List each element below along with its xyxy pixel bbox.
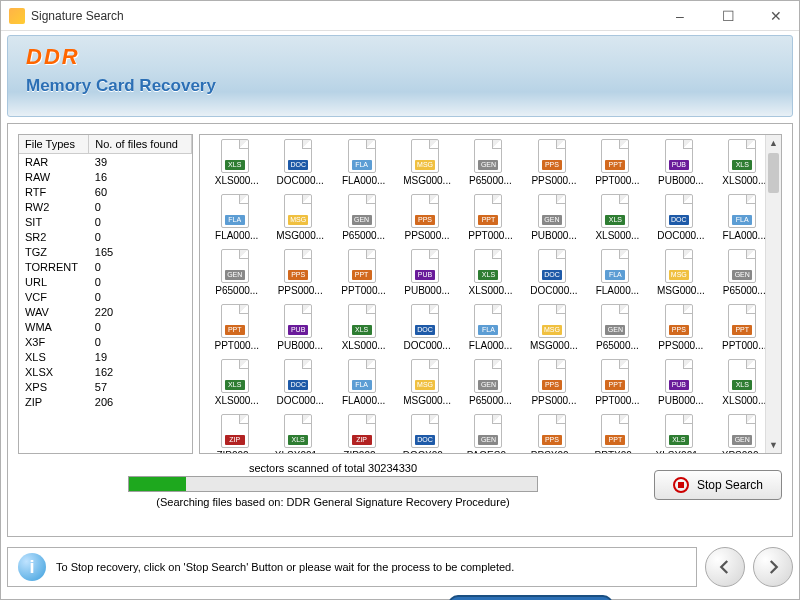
file-icon: PPT <box>601 139 633 173</box>
table-row[interactable]: SIT0 <box>19 214 192 229</box>
cell-type: WAV <box>19 304 89 319</box>
file-item[interactable]: PUBPUB000... <box>650 139 711 186</box>
file-icon: GEN <box>348 194 380 228</box>
file-item[interactable]: PPTPPT000... <box>460 194 521 241</box>
file-item[interactable]: DOCDOCX00... <box>396 414 457 454</box>
file-item[interactable]: GENP65000... <box>206 249 267 296</box>
table-row[interactable]: RAW16 <box>19 169 192 184</box>
file-item[interactable]: GENP65000... <box>587 304 648 351</box>
table-row[interactable]: XLSX162 <box>19 364 192 379</box>
file-item[interactable]: FLAFLA000... <box>460 304 521 351</box>
close-button[interactable]: ✕ <box>761 6 791 26</box>
file-item[interactable]: DOCDOC000... <box>396 304 457 351</box>
file-item[interactable]: XLSXLS000... <box>206 359 267 406</box>
file-item[interactable]: PUBPUB000... <box>396 249 457 296</box>
file-label: DOC000... <box>277 175 324 186</box>
file-item[interactable]: XLSXLSX001... <box>650 414 711 454</box>
file-item[interactable]: GENP65000... <box>460 359 521 406</box>
file-item[interactable]: PPSPPSX00... <box>523 414 584 454</box>
file-item[interactable]: DOCDOC000... <box>269 139 330 186</box>
table-row[interactable]: WMA0 <box>19 319 192 334</box>
file-item[interactable]: XLSXLS000... <box>206 139 267 186</box>
file-icon: DOC <box>538 249 570 283</box>
brand-logo: DDR <box>26 44 774 70</box>
file-item[interactable]: PUBPUB000... <box>269 304 330 351</box>
table-row[interactable]: XPS57 <box>19 379 192 394</box>
file-item[interactable]: ZIPZIP002... <box>333 414 394 454</box>
file-item[interactable]: PPTPPT000... <box>587 139 648 186</box>
col-file-types[interactable]: File Types <box>19 135 89 154</box>
file-item[interactable]: PPSPPS000... <box>523 139 584 186</box>
file-item[interactable]: DOCDOC000... <box>650 194 711 241</box>
scroll-up-icon[interactable]: ▲ <box>766 135 781 151</box>
file-label: DOCX00... <box>403 450 451 454</box>
file-item[interactable]: PUBPUB000... <box>650 359 711 406</box>
scroll-down-icon[interactable]: ▼ <box>766 437 781 453</box>
file-item[interactable]: MSGMSG000... <box>650 249 711 296</box>
file-item[interactable]: MSGMSG000... <box>396 139 457 186</box>
file-item[interactable]: FLAFLA000... <box>206 194 267 241</box>
file-icon: PPT <box>474 194 506 228</box>
progress-note: (Searching files based on: DDR General S… <box>26 496 640 508</box>
file-item[interactable]: MSGMSG000... <box>396 359 457 406</box>
table-row[interactable]: WAV220 <box>19 304 192 319</box>
file-item[interactable]: XLSXLS000... <box>460 249 521 296</box>
file-item[interactable]: PPSPPS000... <box>269 249 330 296</box>
file-item[interactable]: FLAFLA000... <box>333 139 394 186</box>
file-item[interactable]: FLAFLA000... <box>333 359 394 406</box>
stop-search-button[interactable]: Stop Search <box>654 470 782 500</box>
table-row[interactable]: TGZ165 <box>19 244 192 259</box>
minimize-button[interactable]: – <box>665 6 695 26</box>
file-item[interactable]: GENP65000... <box>460 139 521 186</box>
hint-panel: i To Stop recovery, click on 'Stop Searc… <box>7 547 697 587</box>
file-item[interactable]: PPSPPS000... <box>650 304 711 351</box>
table-row[interactable]: TORRENT0 <box>19 259 192 274</box>
file-item[interactable]: GENP65000... <box>333 194 394 241</box>
file-item[interactable]: FLAFLA000... <box>587 249 648 296</box>
stop-icon <box>673 477 689 493</box>
table-row[interactable]: X3F0 <box>19 334 192 349</box>
file-label: PUB000... <box>404 285 450 296</box>
file-item[interactable]: PPTPPT000... <box>333 249 394 296</box>
file-icon: FLA <box>348 359 380 393</box>
table-row[interactable]: VCF0 <box>19 289 192 304</box>
table-row[interactable]: SR20 <box>19 229 192 244</box>
file-icon: XLS <box>474 249 506 283</box>
file-item[interactable]: PPSPPS000... <box>523 359 584 406</box>
file-item[interactable]: XLSXLS000... <box>587 194 648 241</box>
cell-count: 0 <box>89 319 192 334</box>
stop-label: Stop Search <box>697 478 763 492</box>
file-label: PPSX00... <box>531 450 577 454</box>
file-item[interactable]: MSGMSG000... <box>269 194 330 241</box>
file-item[interactable]: XLSXLS000... <box>333 304 394 351</box>
app-subtitle: Memory Card Recovery <box>26 76 774 96</box>
table-row[interactable]: RAR39 <box>19 154 192 170</box>
table-row[interactable]: RW20 <box>19 199 192 214</box>
file-item[interactable]: ZIPZIP002... <box>206 414 267 454</box>
back-button[interactable] <box>705 547 745 587</box>
file-icon: XLS <box>665 414 697 448</box>
file-item[interactable]: DOCDOC000... <box>269 359 330 406</box>
table-row[interactable]: RTF60 <box>19 184 192 199</box>
file-label: PUB000... <box>658 175 704 186</box>
file-item[interactable]: MSGMSG000... <box>523 304 584 351</box>
file-types-table[interactable]: File Types No. of files found RAR39RAW16… <box>18 134 193 454</box>
col-file-count[interactable]: No. of files found <box>89 135 192 154</box>
file-label: XLS000... <box>215 175 259 186</box>
file-item[interactable]: DOCDOC000... <box>523 249 584 296</box>
file-label: PPT000... <box>595 395 639 406</box>
table-row[interactable]: ZIP206 <box>19 394 192 409</box>
table-row[interactable]: XLS19 <box>19 349 192 364</box>
forward-button[interactable] <box>753 547 793 587</box>
maximize-button[interactable]: ☐ <box>713 6 743 26</box>
file-item[interactable]: PPTPPT000... <box>587 359 648 406</box>
file-item[interactable]: GENPAGES0... <box>460 414 521 454</box>
file-item[interactable]: GENPUB000... <box>523 194 584 241</box>
file-item[interactable]: XLSXLSX001... <box>269 414 330 454</box>
file-item[interactable]: PPSPPS000... <box>396 194 457 241</box>
table-row[interactable]: URL0 <box>19 274 192 289</box>
grid-scrollbar[interactable]: ▲ ▼ <box>765 135 781 453</box>
file-item[interactable]: PPTPPT000... <box>206 304 267 351</box>
file-item[interactable]: PPTPPTX00... <box>587 414 648 454</box>
file-label: FLA000... <box>342 175 385 186</box>
